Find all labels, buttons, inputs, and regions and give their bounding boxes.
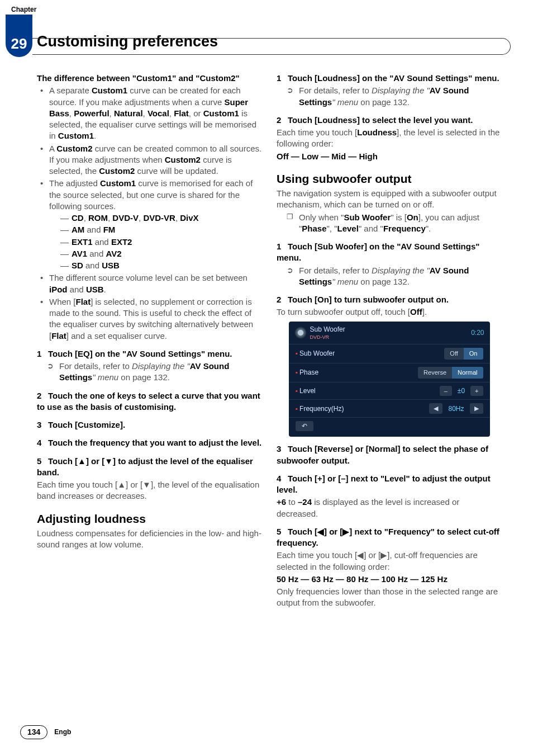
row-label: Phase — [296, 368, 418, 377]
condition-note: Only when "Sub Woofer" is [On], you can … — [277, 212, 502, 235]
tail-body: Only frequencies lower than those in the… — [277, 586, 502, 609]
screen-row-level: Level – ±0 + — [289, 382, 490, 400]
list-item: The adjusted Custom1 curve is memorised … — [37, 178, 262, 271]
step-body: To turn subwoofer output off, touch [Off… — [277, 306, 502, 318]
next-button[interactable]: ▶ — [470, 403, 483, 414]
language-code: Engb — [54, 728, 71, 737]
back-button[interactable]: ↶ — [296, 421, 313, 431]
toggle-phase[interactable]: Reverse Normal — [418, 367, 483, 379]
left-column: The difference between "Custom1" and "Cu… — [37, 73, 262, 711]
crossref-note: For details, refer to Displaying the "AV… — [37, 361, 262, 384]
screen-row-phase: Phase Reverse Normal — [289, 363, 490, 382]
chapter-number-badge: 29 — [6, 15, 32, 57]
sequence: Off — Low — Mid — High — [277, 151, 502, 162]
sub-body: The navigation system is equipped with a… — [277, 188, 502, 211]
step-5: 5Touch [◀] or [▶] next to "Frequency" to… — [277, 526, 502, 549]
list-item: When [Flat] is selected, no supplement o… — [37, 296, 262, 342]
step-body: Each time you touch [◀] or [▶], cut-off … — [277, 550, 502, 573]
step-3: 3Touch [Customize]. — [37, 419, 262, 431]
disc-icon — [294, 327, 307, 339]
diff-list: A separate Custom1 curve can be created … — [37, 85, 262, 342]
step-4: 4Touch [+] or [–] next to "Level" to adj… — [277, 473, 502, 496]
reverse-button[interactable]: Reverse — [418, 367, 452, 379]
dash-item: CD, ROM, DVD-V, DVD-VR, DivX — [49, 212, 262, 224]
clock: 0:20 — [471, 328, 484, 337]
source-label: DVD-VR — [310, 334, 345, 341]
list-item: A Custom2 curve can be created common to… — [37, 143, 262, 177]
step-1: 1Touch [EQ] on the "AV Sound Settings" m… — [37, 348, 262, 360]
dash-item: AM and FM — [49, 224, 262, 235]
screen-row-subwoofer: Sub Woofer Off On — [289, 344, 490, 363]
screen-title: Sub Woofer — [310, 325, 345, 334]
toggle-subwoofer[interactable]: Off On — [444, 348, 483, 360]
page-footer: 134 Engb — [20, 725, 71, 739]
crossref-note: For details, refer to Displaying the "AV… — [277, 85, 502, 108]
plus-button[interactable]: + — [470, 386, 483, 396]
step-2: 2Touch [On] to turn subwoofer output on. — [277, 294, 502, 305]
diff-heading: The difference between "Custom1" and "Cu… — [37, 73, 262, 84]
dash-item: SD and USB — [49, 260, 262, 271]
sequence: 50 Hz — 63 Hz — 80 Hz — 100 Hz — 125 Hz — [277, 574, 502, 585]
on-button[interactable]: On — [464, 348, 483, 360]
step-1: 1Touch [Sub Woofer] on the "AV Sound Set… — [277, 241, 502, 264]
crossref-note: For details, refer to Displaying the "AV… — [277, 265, 502, 288]
step-5: 5Touch [▲] or [▼] to adjust the level of… — [37, 456, 262, 479]
page-number: 134 — [20, 725, 47, 739]
subwoofer-screen: Sub Woofer DVD-VR 0:20 Sub Woofer Off On… — [289, 322, 490, 437]
off-button[interactable]: Off — [444, 348, 463, 360]
step-1: 1Touch [Loudness] on the "AV Sound Setti… — [277, 73, 502, 84]
heading-subwoofer: Using subwoofer output — [277, 171, 502, 187]
step-body: +6 to –24 is displayed as the level is i… — [277, 497, 502, 519]
loudness-body: Loudness compensates for deficiencies in… — [37, 528, 262, 551]
heading-loudness: Adjusting loudness — [37, 511, 262, 527]
screen-header: Sub Woofer DVD-VR 0:20 — [289, 322, 490, 344]
header-rule — [32, 38, 511, 55]
step-2: 2Touch [Loudness] to select the level yo… — [277, 115, 502, 126]
step-4: 4Touch the frequency that you want to ad… — [37, 437, 262, 448]
normal-button[interactable]: Normal — [452, 367, 483, 379]
chapter-label: Chapter — [11, 6, 36, 15]
row-label: Sub Woofer — [296, 349, 445, 358]
dash-item: AV1 and AV2 — [49, 248, 262, 259]
row-label: Frequency(Hz) — [296, 404, 430, 413]
screen-row-frequency: Frequency(Hz) ◀ 80Hz ▶ — [289, 399, 490, 417]
list-item: A separate Custom1 curve can be created … — [37, 85, 262, 141]
chapter-header: 29 Customising preferences — [6, 30, 511, 54]
frequency-value: 80Hz — [442, 404, 469, 413]
minus-button[interactable]: – — [440, 386, 452, 396]
right-column: 1Touch [Loudness] on the "AV Sound Setti… — [277, 73, 502, 711]
screen-footer: ↶ — [289, 417, 490, 434]
step-3: 3Touch [Reverse] or [Normal] to select t… — [277, 443, 502, 466]
dash-item: EXT1 and EXT2 — [49, 237, 262, 248]
row-label: Level — [296, 386, 440, 395]
list-item: The different source volume level can be… — [37, 272, 262, 295]
step-2: 2Touch the one of keys to select a curve… — [37, 390, 262, 413]
step-body: Each time you touch [▲] or [▼], the leve… — [37, 479, 262, 502]
prev-button[interactable]: ◀ — [429, 403, 442, 414]
step-body: Each time you touch [Loudness], the leve… — [277, 127, 502, 150]
level-value: ±0 — [452, 386, 470, 395]
